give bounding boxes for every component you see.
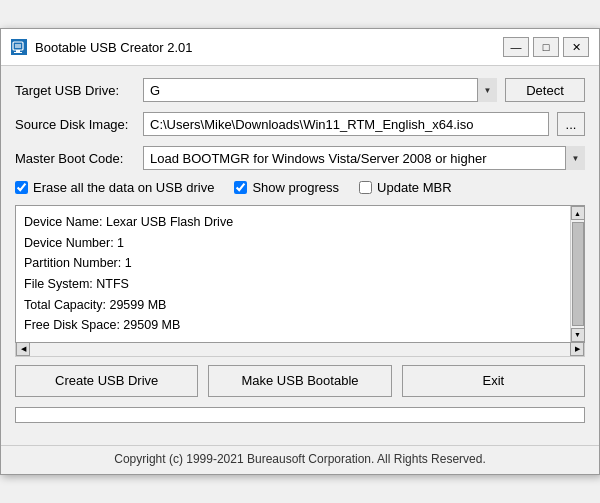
svg-rect-3	[14, 52, 22, 53]
checkboxes-row: Erase all the data on USB drive Show pro…	[15, 180, 585, 195]
footer-text: Copyright (c) 1999-2021 Bureausoft Corpo…	[114, 452, 486, 466]
window-title: Bootable USB Creator 2.01	[35, 40, 503, 55]
close-button[interactable]: ✕	[563, 37, 589, 57]
update-mbr-checkbox[interactable]	[359, 181, 372, 194]
scroll-h-track	[30, 343, 570, 356]
progress-checkbox-item[interactable]: Show progress	[234, 180, 339, 195]
exit-button[interactable]: Exit	[402, 365, 585, 397]
scroll-left-icon[interactable]: ◀	[16, 342, 30, 356]
maximize-button[interactable]: □	[533, 37, 559, 57]
target-select-wrapper: G ▼	[143, 78, 497, 102]
info-line: File System: NTFS	[24, 274, 576, 295]
erase-label: Erase all the data on USB drive	[33, 180, 214, 195]
info-line: Device Number: 1	[24, 233, 576, 254]
window-controls: — □ ✕	[503, 37, 589, 57]
title-bar: Bootable USB Creator 2.01 — □ ✕	[1, 29, 599, 66]
erase-checkbox[interactable]	[15, 181, 28, 194]
update-mbr-label: Update MBR	[377, 180, 451, 195]
update-mbr-checkbox-item[interactable]: Update MBR	[359, 180, 451, 195]
master-boot-select[interactable]: Load BOOTMGR for Windows Vista/Server 20…	[143, 146, 585, 170]
master-boot-row: Master Boot Code: Load BOOTMGR for Windo…	[15, 146, 585, 170]
source-disk-input[interactable]	[143, 112, 549, 136]
source-disk-row: Source Disk Image: ...	[15, 112, 585, 136]
info-line: Total Capacity: 29599 MB	[24, 295, 576, 316]
target-label: Target USB Drive:	[15, 83, 135, 98]
erase-checkbox-item[interactable]: Erase all the data on USB drive	[15, 180, 214, 195]
progress-bar	[15, 407, 585, 423]
footer: Copyright (c) 1999-2021 Bureausoft Corpo…	[1, 445, 599, 474]
create-usb-button[interactable]: Create USB Drive	[15, 365, 198, 397]
app-icon	[11, 39, 27, 55]
info-lines: Device Name: Lexar USB Flash DriveDevice…	[24, 212, 576, 336]
svg-rect-1	[15, 44, 21, 48]
main-window: Bootable USB Creator 2.01 — □ ✕ Target U…	[0, 28, 600, 475]
scroll-right-icon[interactable]: ▶	[570, 342, 584, 356]
horizontal-scrollbar: ◀ ▶	[15, 343, 585, 357]
content-area: Target USB Drive: G ▼ Detect Source Disk…	[1, 66, 599, 445]
master-boot-label: Master Boot Code:	[15, 151, 135, 166]
detect-button[interactable]: Detect	[505, 78, 585, 102]
info-box: Device Name: Lexar USB Flash DriveDevice…	[16, 206, 584, 342]
vertical-scrollbar: ▲ ▼	[570, 206, 584, 342]
master-boot-select-wrapper: Load BOOTMGR for Windows Vista/Server 20…	[143, 146, 585, 170]
progress-label: Show progress	[252, 180, 339, 195]
minimize-button[interactable]: —	[503, 37, 529, 57]
info-box-container: Device Name: Lexar USB Flash DriveDevice…	[15, 205, 585, 343]
target-usb-select[interactable]: G	[143, 78, 497, 102]
info-line: Partition Number: 1	[24, 253, 576, 274]
svg-rect-2	[16, 50, 20, 52]
action-buttons-row: Create USB Drive Make USB Bootable Exit	[15, 365, 585, 397]
make-bootable-button[interactable]: Make USB Bootable	[208, 365, 391, 397]
target-usb-row: Target USB Drive: G ▼ Detect	[15, 78, 585, 102]
scroll-up-icon[interactable]: ▲	[571, 206, 585, 220]
progress-checkbox[interactable]	[234, 181, 247, 194]
source-label: Source Disk Image:	[15, 117, 135, 132]
scroll-down-icon[interactable]: ▼	[571, 328, 585, 342]
browse-button[interactable]: ...	[557, 112, 585, 136]
info-line: Free Disk Space: 29509 MB	[24, 315, 576, 336]
scroll-thumb[interactable]	[572, 222, 584, 326]
info-line: Device Name: Lexar USB Flash Drive	[24, 212, 576, 233]
